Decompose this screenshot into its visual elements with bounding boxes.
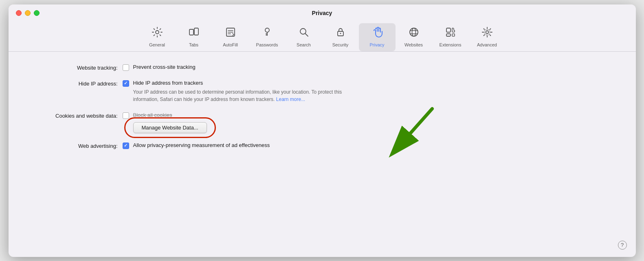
advertising-label: Web advertising: xyxy=(33,142,123,149)
tab-privacy[interactable]: Privacy xyxy=(359,23,396,51)
tab-general-label: General xyxy=(149,42,165,47)
tabs-icon xyxy=(188,26,200,41)
hide-ip-row: Hide IP address: Hide IP address from tr… xyxy=(33,80,611,103)
svg-point-14 xyxy=(340,33,341,34)
cookies-content: Block all cookies Manage Website Data... xyxy=(123,112,611,133)
tracking-checkbox[interactable] xyxy=(123,64,129,71)
general-icon xyxy=(152,26,163,41)
cookies-checkbox[interactable] xyxy=(123,112,129,119)
svg-rect-21 xyxy=(452,34,455,36)
tracking-label: Website tracking: xyxy=(33,64,123,71)
tab-passwords[interactable]: Passwords xyxy=(249,23,286,51)
svg-rect-20 xyxy=(446,34,451,36)
svg-rect-1 xyxy=(189,29,193,35)
tracking-content: Prevent cross-site tracking xyxy=(123,64,611,71)
close-button[interactable] xyxy=(16,10,22,16)
cookies-label: Cookies and website data: xyxy=(33,112,123,119)
tab-tabs-label: Tabs xyxy=(189,42,198,47)
hide-ip-subtext: Your IP address can be used to determine… xyxy=(133,88,345,103)
manage-website-data-button[interactable]: Manage Website Data... xyxy=(133,122,207,133)
privacy-icon xyxy=(371,26,383,41)
svg-rect-19 xyxy=(446,28,451,32)
svg-point-16 xyxy=(412,28,415,36)
tab-advanced[interactable]: Advanced xyxy=(469,23,506,51)
tab-extensions-label: Extensions xyxy=(440,42,462,47)
tab-search[interactable]: Search xyxy=(286,23,322,51)
tracking-text: Prevent cross-site tracking xyxy=(133,64,196,70)
svg-point-15 xyxy=(410,28,418,36)
tab-advanced-label: Advanced xyxy=(477,42,497,47)
cookies-row: Cookies and website data: Block all cook… xyxy=(33,112,611,133)
hide-ip-content: Hide IP address from trackers Your IP ad… xyxy=(123,80,611,103)
tab-autofill-label: AutoFill xyxy=(223,42,238,47)
settings-window: Privacy General Tabs xyxy=(9,4,636,257)
tab-websites-label: Websites xyxy=(404,42,423,47)
window-title: Privacy xyxy=(312,10,332,16)
advertising-checkbox[interactable] xyxy=(123,143,129,149)
tab-security[interactable]: Security xyxy=(322,23,359,51)
tracking-row: Website tracking: Prevent cross-site tra… xyxy=(33,64,611,71)
extensions-icon xyxy=(445,26,456,41)
svg-point-23 xyxy=(484,29,490,35)
websites-icon xyxy=(408,26,420,41)
help-button[interactable]: ? xyxy=(618,241,627,250)
maximize-button[interactable] xyxy=(34,10,40,16)
tab-general[interactable]: General xyxy=(139,23,176,51)
svg-point-7 xyxy=(265,28,269,32)
hide-ip-label: Hide IP address: xyxy=(33,80,123,87)
minimize-button[interactable] xyxy=(25,10,31,16)
tab-passwords-label: Passwords xyxy=(256,42,278,47)
tab-websites[interactable]: Websites xyxy=(396,23,432,51)
advertising-content: Allow privacy-preserving measurement of … xyxy=(123,142,611,149)
svg-line-12 xyxy=(305,33,308,36)
hide-ip-text: Hide IP address from trackers xyxy=(133,80,345,86)
advertising-row: Web advertising: Allow privacy-preservin… xyxy=(33,142,611,149)
svg-rect-2 xyxy=(194,28,198,35)
titlebar: Privacy xyxy=(9,4,636,16)
tab-privacy-label: Privacy xyxy=(369,42,384,47)
svg-point-0 xyxy=(156,31,159,34)
tab-tabs[interactable]: Tabs xyxy=(176,23,212,51)
learn-more-link[interactable]: Learn more... xyxy=(276,97,305,102)
passwords-icon xyxy=(262,26,273,41)
tab-search-label: Search xyxy=(297,42,311,47)
search-icon xyxy=(298,26,310,41)
toolbar: General Tabs Au xyxy=(9,18,636,52)
tab-autofill[interactable]: AutoFill xyxy=(212,23,249,51)
svg-point-22 xyxy=(486,31,488,33)
manage-btn-container: Manage Website Data... xyxy=(133,122,207,133)
tab-security-label: Security xyxy=(332,42,349,47)
security-icon xyxy=(335,26,346,41)
cookies-text: Block all cookies xyxy=(133,112,207,118)
tab-extensions[interactable]: Extensions xyxy=(432,23,469,51)
traffic-lights xyxy=(16,10,40,16)
advertising-text: Allow privacy-preserving measurement of … xyxy=(133,142,270,148)
hide-ip-checkbox[interactable] xyxy=(123,80,129,87)
content-area: Website tracking: Prevent cross-site tra… xyxy=(9,52,636,170)
advanced-icon xyxy=(481,26,493,41)
autofill-icon xyxy=(225,26,236,41)
